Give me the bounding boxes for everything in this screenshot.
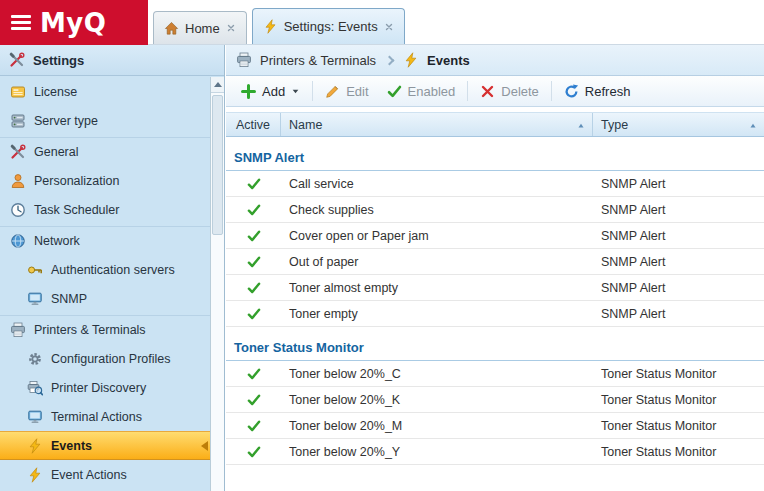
personalization-icon: [10, 173, 26, 189]
active-cell: [226, 367, 281, 381]
tab-label: Settings: Events: [284, 19, 378, 34]
table-row[interactable]: Call service SNMP Alert: [226, 171, 764, 197]
type-cell: SNMP Alert: [593, 203, 764, 217]
sidebar-item-label: Terminal Actions: [51, 410, 142, 424]
sidebar-item-personalization[interactable]: Personalization: [0, 166, 210, 195]
sidebar: Settings License Server type General Per…: [0, 45, 225, 491]
sidebar-item-network[interactable]: Network: [0, 226, 210, 255]
table-group: Toner Status Monitor Toner below 20%_C T…: [226, 327, 764, 465]
sort-icon[interactable]: [748, 121, 758, 131]
active-cell: [226, 393, 281, 407]
name-cell: Toner almost empty: [281, 281, 593, 295]
check-icon: [247, 307, 261, 321]
sidebar-item-snmp[interactable]: SNMP: [0, 284, 210, 313]
table-row[interactable]: Toner below 20%_Y Toner Status Monitor: [226, 439, 764, 465]
sidebar-item-printers-terminals[interactable]: Printers & Terminals: [0, 315, 210, 344]
sidebar-item-label: Configuration Profiles: [51, 352, 171, 366]
sidebar-item-printer-discovery[interactable]: Printer Discovery: [0, 373, 210, 402]
sidebar-item-label: Personalization: [34, 174, 119, 188]
sidebar-item-task-scheduler[interactable]: Task Scheduler: [0, 195, 210, 224]
name-cell: Call service: [281, 177, 593, 191]
sidebar-item-events[interactable]: Events: [0, 431, 210, 460]
events-icon: [27, 438, 43, 454]
hamburger-menu-icon[interactable]: [11, 15, 31, 30]
selected-arrow-icon: [201, 441, 208, 451]
type-cell: Toner Status Monitor: [593, 367, 764, 381]
column-header-name[interactable]: Name: [281, 113, 593, 136]
active-cell: [226, 281, 281, 295]
main-panel: Printers & Terminals Events Add Edit Ena…: [226, 45, 764, 491]
type-cell: SNMP Alert: [593, 281, 764, 295]
sidebar-item-configuration-profiles[interactable]: Configuration Profiles: [0, 344, 210, 373]
event-actions-icon: [27, 467, 43, 483]
name-cell: Toner below 20%_K: [281, 393, 593, 407]
up-arrow-icon: [214, 82, 222, 87]
check-icon: [247, 393, 261, 407]
sidebar-header: Settings: [0, 45, 224, 76]
tab-home[interactable]: Home: [153, 11, 247, 44]
check-icon: [247, 281, 261, 295]
type-cell: Toner Status Monitor: [593, 419, 764, 433]
sidebar-item-license[interactable]: License: [0, 77, 210, 106]
table-row[interactable]: Toner below 20%_C Toner Status Monitor: [226, 361, 764, 387]
breadcrumb-parent[interactable]: Printers & Terminals: [260, 53, 376, 68]
column-header-type[interactable]: Type: [593, 113, 764, 136]
sidebar-item-label: Authentication servers: [51, 263, 175, 277]
home-icon: [164, 21, 179, 36]
breadcrumb-current: Events: [427, 53, 470, 68]
sidebar-item-server-type[interactable]: Server type: [0, 106, 210, 135]
close-icon[interactable]: [384, 22, 394, 32]
sidebar-item-terminal-actions[interactable]: Terminal Actions: [0, 402, 210, 431]
add-button[interactable]: Add: [232, 79, 309, 103]
network-icon: [10, 233, 26, 249]
table-body: SNMP Alert Call service SNMP Alert Check…: [226, 137, 764, 491]
delete-button[interactable]: Delete: [471, 79, 548, 103]
table-row[interactable]: Out of paper SNMP Alert: [226, 249, 764, 275]
tab-settings-events[interactable]: Settings: Events: [252, 8, 405, 44]
type-cell: Toner Status Monitor: [593, 445, 764, 459]
type-cell: SNMP Alert: [593, 229, 764, 243]
check-icon: [247, 419, 261, 433]
tab-bar: Home Settings: Events: [153, 8, 405, 44]
type-cell: SNMP Alert: [593, 255, 764, 269]
type-cell: Toner Status Monitor: [593, 393, 764, 407]
table-row[interactable]: Toner empty SNMP Alert: [226, 301, 764, 327]
add-button-label: Add: [262, 84, 285, 99]
toolbar-separator: [467, 81, 468, 101]
sidebar-scrollbar[interactable]: [210, 77, 224, 491]
scroll-up-button[interactable]: [211, 77, 224, 93]
scroll-thumb[interactable]: [212, 95, 223, 235]
sidebar-item-event-actions[interactable]: Event Actions: [0, 460, 210, 489]
sidebar-title: Settings: [33, 53, 84, 68]
refresh-button[interactable]: Refresh: [555, 79, 640, 103]
app-logo[interactable]: MyQ: [0, 0, 148, 45]
name-cell: Cover open or Paper jam: [281, 229, 593, 243]
close-icon[interactable]: [226, 23, 236, 33]
check-icon: [247, 255, 261, 269]
sidebar-item-label: Network: [34, 234, 80, 248]
table-row[interactable]: Toner almost empty SNMP Alert: [226, 275, 764, 301]
printer-discovery-icon: [27, 380, 43, 396]
table-row[interactable]: Toner below 20%_M Toner Status Monitor: [226, 413, 764, 439]
sort-icon[interactable]: [576, 121, 586, 131]
edit-button[interactable]: Edit: [316, 79, 377, 103]
column-header-active[interactable]: Active: [226, 113, 281, 136]
table-row[interactable]: Toner below 20%_K Toner Status Monitor: [226, 387, 764, 413]
enabled-button[interactable]: Enabled: [378, 79, 465, 103]
check-icon: [247, 367, 261, 381]
table-row[interactable]: Check supplies SNMP Alert: [226, 197, 764, 223]
general-icon: [10, 144, 26, 160]
task-scheduler-icon: [10, 202, 26, 218]
refresh-icon: [564, 84, 579, 99]
printers-terminals-icon: [10, 322, 26, 338]
events-icon: [403, 52, 419, 68]
pencil-icon: [325, 84, 340, 99]
sidebar-item-authentication-servers[interactable]: Authentication servers: [0, 255, 210, 284]
server-type-icon: [10, 113, 26, 129]
type-cell: SNMP Alert: [593, 177, 764, 191]
refresh-button-label: Refresh: [585, 84, 631, 99]
table-row[interactable]: Cover open or Paper jam SNMP Alert: [226, 223, 764, 249]
sidebar-item-label: Printer Discovery: [51, 381, 146, 395]
sidebar-item-general[interactable]: General: [0, 137, 210, 166]
sidebar-item-label: Events: [51, 439, 92, 453]
